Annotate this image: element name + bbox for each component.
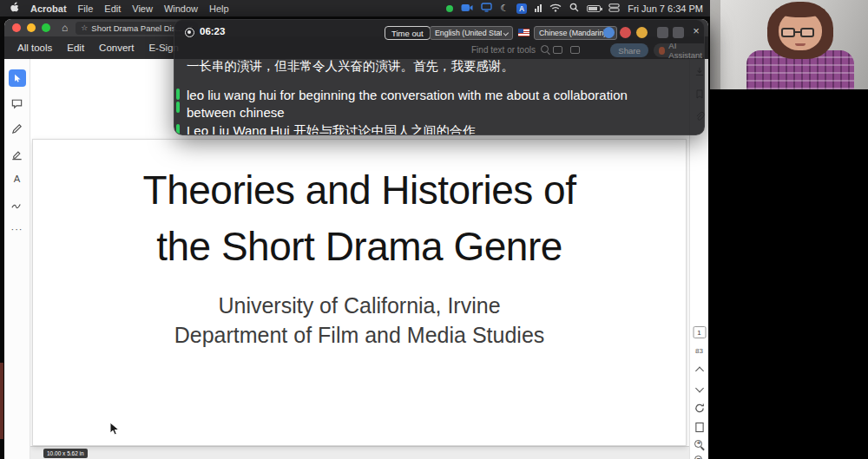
more-tools-button[interactable]: ··· bbox=[9, 220, 26, 238]
zoom-out-icon: − bbox=[694, 455, 706, 459]
pdf-page[interactable]: Theories and Histories of the Short Dram… bbox=[32, 139, 687, 446]
control-center-icon[interactable] bbox=[608, 3, 620, 14]
sign-tool-button[interactable] bbox=[9, 195, 26, 213]
macos-menu-bar: Acrobat File Edit View Window Help ☾ A bbox=[0, 0, 710, 16]
wallpaper-edge bbox=[0, 363, 3, 439]
ai-assistant-label: AI Assistant bbox=[668, 41, 703, 60]
participant-video[interactable] bbox=[710, 0, 868, 89]
menu-bar-clock[interactable]: Fri Jun 7 6:34 PM bbox=[628, 3, 703, 14]
edit-button[interactable]: Edit bbox=[67, 43, 84, 53]
chevron-down-icon bbox=[695, 384, 704, 393]
document-tab-title: Short Drama Panel Dis... bbox=[91, 23, 182, 33]
fit-page-icon bbox=[694, 422, 704, 433]
stats-icon[interactable] bbox=[535, 4, 542, 12]
download-icon[interactable] bbox=[570, 46, 580, 54]
select-tool-button[interactable] bbox=[9, 69, 26, 87]
current-page-input[interactable] bbox=[693, 326, 706, 338]
blue-circle-button[interactable] bbox=[603, 27, 615, 38]
search-placeholder: Find text or tools bbox=[471, 45, 536, 55]
left-tool-rail: A ··· bbox=[4, 59, 30, 459]
ai-assistant-icon bbox=[659, 47, 665, 55]
speaking-indicator-bar bbox=[176, 124, 180, 135]
comment-icon bbox=[10, 97, 23, 110]
battery-icon[interactable] bbox=[587, 5, 601, 12]
target-language-value: Chinese (Mandarin) bbox=[539, 29, 606, 37]
share-button[interactable]: Share bbox=[610, 43, 648, 57]
search-icon[interactable] bbox=[569, 3, 579, 14]
keyboard-button[interactable] bbox=[657, 27, 668, 38]
source-language-value: English (United Stat bbox=[435, 29, 502, 37]
home-icon[interactable]: ⌂ bbox=[62, 22, 68, 34]
camera-icon[interactable] bbox=[461, 3, 473, 14]
zoom-window-button[interactable] bbox=[42, 23, 50, 32]
star-icon[interactable]: ☆ bbox=[81, 23, 88, 32]
apple-menu-icon[interactable] bbox=[10, 2, 19, 15]
glasses-icon bbox=[781, 28, 795, 37]
yellow-circle-button[interactable] bbox=[636, 27, 648, 38]
focus-moon-icon[interactable]: ☾ bbox=[500, 3, 509, 14]
pointer-icon bbox=[11, 73, 23, 84]
translation-overlay[interactable]: 06:23 Time out English (United Stat Chin… bbox=[174, 19, 705, 135]
draw-tool-button[interactable] bbox=[9, 120, 26, 137]
glasses-bridge bbox=[794, 31, 801, 33]
caption-line-chinese: 一长串的演讲，但非常令人兴奋的演讲。首先，我要感谢。 bbox=[187, 58, 514, 75]
timer-icon bbox=[185, 28, 194, 37]
rotate-page-button[interactable] bbox=[694, 403, 705, 414]
red-circle-button[interactable] bbox=[620, 27, 631, 38]
session-timer: 06:23 bbox=[200, 26, 225, 36]
participant-mouth bbox=[795, 43, 806, 46]
add-text-tool-button[interactable]: A bbox=[9, 170, 26, 187]
glasses-icon bbox=[800, 28, 814, 37]
chevron-up-icon bbox=[695, 367, 704, 376]
toolbar-behind-overlay: Find text or tools Share AI Assistant bbox=[174, 43, 704, 59]
slide-title-line2: the Short Drama Genre bbox=[33, 219, 686, 275]
chevron-down-icon bbox=[503, 30, 509, 36]
menu-help[interactable]: Help bbox=[209, 3, 229, 14]
all-tools-button[interactable]: All tools bbox=[17, 43, 52, 53]
fit-page-button[interactable] bbox=[694, 422, 704, 433]
highlighter-icon bbox=[10, 148, 23, 161]
active-app-name[interactable]: Acrobat bbox=[30, 3, 67, 14]
recording-dot-icon[interactable] bbox=[446, 5, 453, 12]
menu-window[interactable]: Window bbox=[164, 3, 198, 14]
minimize-window-button[interactable] bbox=[27, 23, 36, 32]
zoom-in-button[interactable]: + bbox=[694, 439, 706, 451]
caption-line-english: leo liu wang hui for beginning the conve… bbox=[187, 87, 674, 121]
ellipsis-icon: ··· bbox=[11, 224, 23, 234]
participant-hair-fringe bbox=[775, 5, 825, 17]
overlay-close-button[interactable]: × bbox=[689, 24, 703, 37]
settings-button[interactable] bbox=[673, 27, 684, 38]
find-tools-search[interactable]: Find text or tools bbox=[471, 45, 550, 55]
next-page-button[interactable] bbox=[696, 385, 702, 391]
total-pages-label: 83 bbox=[695, 347, 703, 355]
source-language-dropdown[interactable]: English (United Stat bbox=[430, 26, 513, 40]
canvas-background bbox=[30, 446, 689, 459]
menu-edit[interactable]: Edit bbox=[104, 3, 121, 14]
input-source-icon[interactable]: A bbox=[516, 3, 527, 14]
svg-text:A: A bbox=[14, 174, 21, 184]
zoom-out-button[interactable]: − bbox=[694, 455, 706, 459]
print-icon[interactable] bbox=[553, 46, 562, 54]
previous-page-button[interactable] bbox=[696, 368, 702, 374]
signature-icon bbox=[10, 198, 23, 211]
comment-tool-button[interactable] bbox=[9, 95, 26, 112]
wifi-icon[interactable] bbox=[549, 3, 562, 14]
page-size-badge: 10.00 x 5.62 in bbox=[43, 449, 88, 458]
zoom-screen-share-view: Acrobat File Edit View Window Help ☾ A bbox=[0, 0, 868, 459]
refresh-icon bbox=[694, 403, 705, 414]
ai-assistant-button[interactable]: AI Assistant bbox=[654, 43, 705, 57]
mouse-cursor bbox=[109, 422, 122, 440]
time-out-button[interactable]: Time out bbox=[385, 26, 431, 40]
menu-file[interactable]: File bbox=[78, 3, 94, 14]
zoom-in-icon: + bbox=[694, 439, 706, 451]
speaking-indicator-bar bbox=[176, 102, 180, 113]
slide-title-line1: Theories and Histories of bbox=[33, 162, 686, 219]
share-label: Share bbox=[618, 46, 640, 56]
display-icon[interactable] bbox=[481, 3, 492, 14]
text-icon: A bbox=[10, 173, 23, 186]
close-window-button[interactable] bbox=[12, 23, 21, 32]
menu-view[interactable]: View bbox=[132, 3, 153, 14]
highlight-tool-button[interactable] bbox=[9, 145, 26, 162]
search-icon bbox=[541, 45, 550, 55]
convert-button[interactable]: Convert bbox=[99, 43, 134, 53]
